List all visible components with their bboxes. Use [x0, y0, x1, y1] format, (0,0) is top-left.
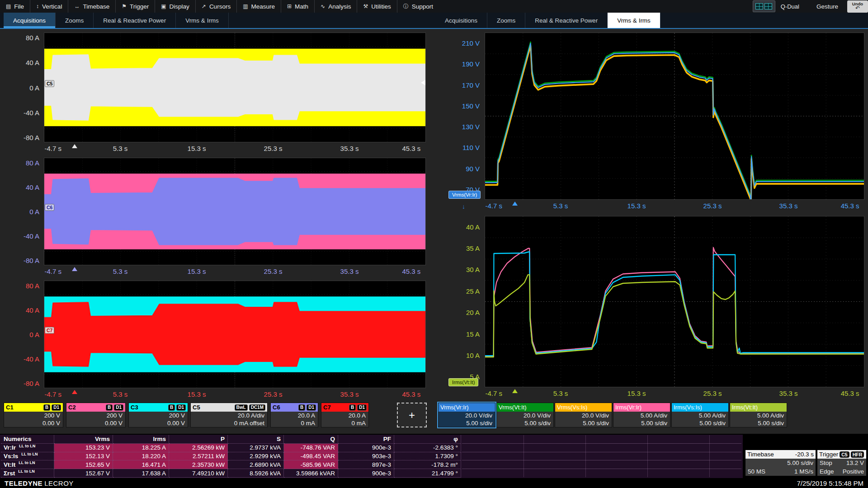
- y-axis-label: 10 A: [466, 351, 480, 359]
- channel-descriptor-c1[interactable]: C1BD1200 V0.00 V: [4, 403, 63, 427]
- add-trace-button[interactable]: +: [397, 403, 427, 427]
- menu-item-cursors[interactable]: ↗Cursors: [195, 0, 236, 13]
- channel-settings: 20.0 A0 mA: [271, 412, 318, 427]
- chart-c1-c5: 80 A40 A0 A-40 A-80 A C5 -4.7 s5.3 s15.3…: [0, 29, 434, 154]
- trace-descriptor-irms-vr-ir-[interactable]: Irms(Vr:Ir)5.00 A/div5.00 s/div: [613, 403, 670, 427]
- trace-tag[interactable]: Irms(Vt:It): [448, 378, 478, 386]
- dual-grid-icon: [755, 3, 763, 9]
- y-axis: 80 A40 A0 A-40 A-80 A: [0, 33, 42, 142]
- numerics-value: 152.65 V: [54, 460, 113, 469]
- trigger-position-marker[interactable]: [72, 390, 77, 394]
- menu-item-label: Display: [170, 3, 189, 10]
- status-bar: TELEDYNE LECROY 7/25/2019 5:15:48 PM: [0, 478, 868, 488]
- timebase-box[interactable]: Timebase -20.3 s 5.00 s/div 50 MS 1 MS/s: [745, 450, 816, 476]
- waveform-grid[interactable]: [485, 216, 864, 387]
- tab-vrms-irms[interactable]: Vrms & Irms: [176, 13, 229, 28]
- y-axis-label: 40 A: [26, 183, 39, 191]
- channel-descriptor-c6[interactable]: C6BD120.0 A0 mA: [270, 403, 318, 427]
- menu-item-display[interactable]: ▣Display: [155, 0, 195, 13]
- menu-item-trigger[interactable]: ⚑Trigger: [115, 0, 155, 13]
- left-tab-group: AcquisitionsZoomsReal & Reactive PowerVr…: [4, 13, 229, 28]
- x-axis: -4.7 s5.3 s15.3 s25.3 s35.3 s45.3 s: [485, 388, 864, 400]
- trigger-level-marker[interactable]: [421, 80, 425, 85]
- gesture-button[interactable]: Gesture: [816, 3, 838, 10]
- menu-item-vertical[interactable]: ↕Vertical: [30, 0, 68, 13]
- brand-light: LECROY: [44, 479, 74, 487]
- x-axis: -4.7 s5.3 s15.3 s25.3 s35.3 s45.3 s: [44, 266, 426, 277]
- x-axis-label: 5.3 s: [553, 389, 568, 397]
- trigger-position-marker[interactable]: [512, 389, 518, 393]
- x-axis-label: 5.3 s: [113, 145, 128, 152]
- tab-real-reactive-power[interactable]: Real & Reactive Power: [525, 13, 608, 28]
- trigger-position-marker[interactable]: [72, 267, 77, 271]
- menu-item-math[interactable]: ⊞Math: [281, 0, 314, 13]
- trace-descriptor-vrms-vr-ir-[interactable]: Vrms(Vr:Ir)20.0 V/div5.00 s/div: [438, 403, 495, 427]
- tab-vrms-irms[interactable]: Vrms & Irms: [608, 13, 660, 28]
- numerics-value: 2.35730 kW: [169, 460, 228, 469]
- descriptor-strip: C1BD1200 V0.00 VC2BD1200 V0.00 VC3BD1200…: [0, 400, 868, 434]
- channel-descriptor-c7[interactable]: C7BD120.0 A0 mA: [321, 403, 369, 427]
- trace-tag[interactable]: Vrms(Vr:Ir): [448, 191, 481, 199]
- channel-badge: B: [168, 404, 175, 411]
- undo-button[interactable]: Undo ↶: [847, 0, 868, 13]
- menu-item-label: Math: [295, 3, 308, 10]
- trace-descriptor-irms-vt-it-[interactable]: Irms(Vt:It)5.00 A/div5.00 s/div: [730, 403, 787, 427]
- timebase-title: Timebase: [747, 451, 774, 458]
- x-axis-label: 5.3 s: [553, 202, 568, 210]
- right-tab-group: AcquisitionsZoomsReal & Reactive PowerVr…: [435, 13, 660, 28]
- waveform-grid[interactable]: C6: [44, 158, 426, 265]
- trigger-box[interactable]: Trigger C5 HFR Stop 13.2 V Edge Positive: [817, 450, 867, 476]
- trigger-position-marker[interactable]: [512, 202, 518, 206]
- waveform-grid[interactable]: C5: [44, 33, 426, 142]
- channel-zero-tag-c6[interactable]: C6: [45, 204, 54, 211]
- menu-item-analysis[interactable]: ∿Analysis: [314, 0, 357, 13]
- channel-descriptor-c3[interactable]: C3BD1200 V0.00 V: [128, 403, 188, 427]
- timebase-samples: 50 MS: [748, 467, 765, 476]
- numerics-header-p: P: [169, 435, 228, 444]
- x-axis-label: 15.3 s: [627, 389, 646, 397]
- tab-real-reactive-power[interactable]: Real & Reactive Power: [94, 13, 176, 28]
- channel-settings: 20.0 A/div0 mA offset: [191, 412, 267, 427]
- channel-descriptor-c5[interactable]: C5BwLDC1M20.0 A/div0 mA offset: [190, 403, 268, 427]
- y-axis: 40 A35 A30 A25 A20 A15 A10 A5 A: [434, 216, 482, 387]
- numerics-value: -585.96 VAR: [284, 460, 338, 469]
- y-axis-label: 20 A: [466, 309, 480, 316]
- channel-scale: 200 V: [69, 412, 123, 419]
- grid-mode-label[interactable]: Q-Dual: [781, 3, 799, 10]
- tab-zooms[interactable]: Zooms: [56, 13, 94, 28]
- tab-acquisitions[interactable]: Acquisitions: [435, 13, 487, 28]
- menu-item-timebase[interactable]: ↔Timebase: [68, 0, 115, 13]
- trace-descriptor-vrms-vt-it-[interactable]: Vrms(Vt:It)20.0 V/div5.00 s/div: [496, 403, 554, 427]
- x-axis-label: 35.3 s: [340, 267, 359, 275]
- menu-item-file[interactable]: ▤File: [0, 0, 30, 13]
- numerics-value: 7.49210 kW: [169, 469, 228, 478]
- trace-descriptor-vrms-vs-is-[interactable]: Vrms(Vs:Is)20.0 V/div5.00 s/div: [555, 403, 612, 427]
- trace-descriptor-irms-vs-is-[interactable]: Irms(Vs:Is)5.00 A/div5.00 s/div: [671, 403, 729, 427]
- channel-descriptor-c2[interactable]: C2BD1200 V0.00 V: [66, 403, 126, 427]
- grid-layout-button[interactable]: [753, 0, 775, 12]
- trigger-position-marker[interactable]: [72, 144, 77, 148]
- menu-item-utilities[interactable]: ⚒Utilities: [357, 0, 396, 13]
- channel-scale: 20.0 A: [324, 412, 366, 419]
- y-axis-label: -80 A: [24, 257, 39, 264]
- x-axis-label: 15.3 s: [188, 145, 206, 152]
- trace-settings: 20.0 V/div5.00 s/div: [497, 412, 553, 427]
- menu-item-support[interactable]: ⓘSupport: [397, 0, 439, 13]
- channel-name: C1: [6, 403, 14, 412]
- menu-item-measure[interactable]: ▥Measure: [236, 0, 281, 13]
- x-axis-label: 25.3 s: [703, 202, 722, 210]
- numerics-header-irms: Irms: [113, 435, 169, 444]
- menu-item-label: Trigger: [130, 3, 149, 10]
- vertical-arrows-icon: ↕: [36, 3, 39, 9]
- channel-zero-tag-c5[interactable]: C5: [45, 80, 54, 87]
- y-axis-label: 0 A: [29, 84, 39, 91]
- channel-badge: B: [349, 404, 356, 411]
- tab-zooms[interactable]: Zooms: [487, 13, 525, 28]
- waveform-grid[interactable]: [485, 33, 864, 200]
- trace-horizontal-scale: 5.00 s/div: [675, 419, 726, 427]
- channel-zero-tag-c7[interactable]: C7: [45, 327, 54, 334]
- trigger-flag-icon: ⚑: [122, 3, 127, 9]
- waveform-grid[interactable]: C7: [44, 281, 426, 388]
- tab-acquisitions[interactable]: Acquisitions: [4, 13, 56, 28]
- trace-settings: 20.0 V/div5.00 s/div: [439, 412, 495, 427]
